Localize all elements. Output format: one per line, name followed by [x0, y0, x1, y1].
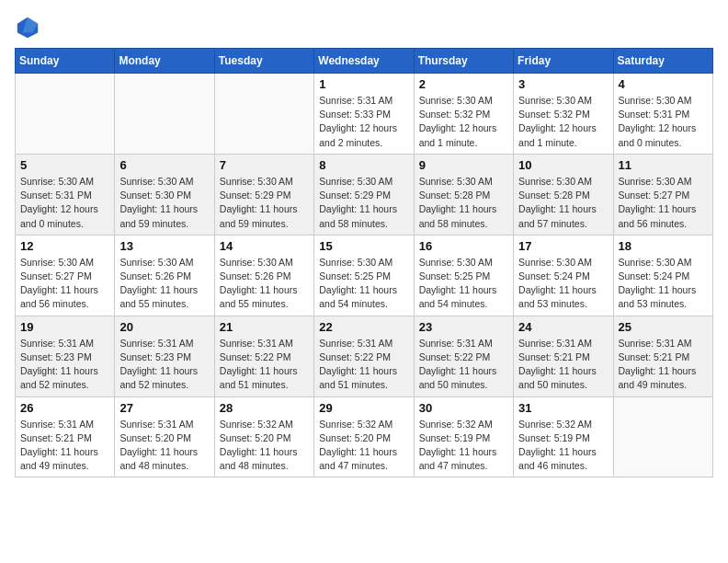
day-info: Sunrise: 5:32 AMSunset: 5:19 PMDaylight:…: [419, 418, 508, 474]
calendar-cell: 19Sunrise: 5:31 AMSunset: 5:23 PMDayligh…: [16, 316, 115, 396]
day-info: Sunrise: 5:30 AMSunset: 5:30 PMDaylight:…: [119, 175, 209, 231]
day-info: Sunrise: 5:30 AMSunset: 5:27 PMDaylight:…: [619, 175, 708, 231]
calendar-cell: 15Sunrise: 5:30 AMSunset: 5:25 PMDayligh…: [314, 235, 414, 316]
day-number: 3: [518, 77, 608, 91]
day-info: Sunrise: 5:32 AMSunset: 5:19 PMDaylight:…: [518, 418, 608, 474]
day-number: 29: [319, 401, 408, 415]
day-number: 2: [419, 77, 508, 91]
calendar-cell: 6Sunrise: 5:30 AMSunset: 5:30 PMDaylight…: [115, 154, 214, 235]
day-info: Sunrise: 5:30 AMSunset: 5:28 PMDaylight:…: [419, 175, 508, 231]
day-number: 17: [518, 239, 608, 253]
day-number: 26: [20, 401, 109, 415]
calendar-cell: 23Sunrise: 5:31 AMSunset: 5:22 PMDayligh…: [414, 316, 513, 396]
day-info: Sunrise: 5:30 AMSunset: 5:24 PMDaylight:…: [518, 256, 608, 312]
calendar-cell: 24Sunrise: 5:31 AMSunset: 5:21 PMDayligh…: [514, 316, 613, 396]
day-info: Sunrise: 5:31 AMSunset: 5:22 PMDaylight:…: [319, 337, 408, 393]
day-number: 9: [419, 158, 508, 172]
calendar-cell: 10Sunrise: 5:30 AMSunset: 5:28 PMDayligh…: [514, 154, 613, 235]
logo-icon: [15, 15, 40, 40]
calendar-cell: [16, 74, 115, 155]
calendar-cell: 11Sunrise: 5:30 AMSunset: 5:27 PMDayligh…: [613, 154, 712, 235]
calendar-cell: 17Sunrise: 5:30 AMSunset: 5:24 PMDayligh…: [514, 235, 613, 316]
day-number: 21: [220, 320, 309, 334]
day-info: Sunrise: 5:30 AMSunset: 5:32 PMDaylight:…: [518, 94, 608, 150]
day-info: Sunrise: 5:30 AMSunset: 5:26 PMDaylight:…: [220, 256, 309, 312]
day-info: Sunrise: 5:31 AMSunset: 5:21 PMDaylight:…: [518, 337, 608, 393]
day-number: 6: [119, 158, 209, 172]
weekday-header-sunday: Sunday: [16, 49, 115, 74]
day-info: Sunrise: 5:31 AMSunset: 5:20 PMDaylight:…: [119, 418, 209, 474]
calendar-cell: [115, 74, 214, 155]
calendar-cell: 21Sunrise: 5:31 AMSunset: 5:22 PMDayligh…: [214, 316, 313, 396]
day-number: 22: [319, 320, 408, 334]
weekday-header-wednesday: Wednesday: [314, 49, 414, 74]
day-number: 10: [518, 158, 608, 172]
day-number: 24: [518, 320, 608, 334]
calendar-cell: 1Sunrise: 5:31 AMSunset: 5:33 PMDaylight…: [314, 74, 414, 155]
day-info: Sunrise: 5:30 AMSunset: 5:26 PMDaylight:…: [119, 256, 209, 312]
day-info: Sunrise: 5:30 AMSunset: 5:31 PMDaylight:…: [619, 94, 708, 150]
calendar-table: SundayMondayTuesdayWednesdayThursdayFrid…: [15, 48, 713, 477]
calendar-week-row: 12Sunrise: 5:30 AMSunset: 5:27 PMDayligh…: [16, 235, 713, 316]
day-number: 13: [119, 239, 209, 253]
day-number: 18: [619, 239, 708, 253]
day-info: Sunrise: 5:31 AMSunset: 5:21 PMDaylight:…: [20, 418, 109, 474]
day-info: Sunrise: 5:32 AMSunset: 5:20 PMDaylight:…: [319, 418, 408, 474]
calendar-cell: 5Sunrise: 5:30 AMSunset: 5:31 PMDaylight…: [16, 154, 115, 235]
day-info: Sunrise: 5:30 AMSunset: 5:27 PMDaylight:…: [20, 256, 109, 312]
day-number: 30: [419, 401, 508, 415]
weekday-header-monday: Monday: [115, 49, 214, 74]
calendar-cell: 8Sunrise: 5:30 AMSunset: 5:29 PMDaylight…: [314, 154, 414, 235]
calendar-header-row: SundayMondayTuesdayWednesdayThursdayFrid…: [16, 49, 713, 74]
day-number: 19: [20, 320, 109, 334]
day-number: 7: [220, 158, 309, 172]
day-number: 11: [619, 158, 708, 172]
day-number: 23: [419, 320, 508, 334]
day-info: Sunrise: 5:30 AMSunset: 5:31 PMDaylight:…: [20, 175, 109, 231]
calendar-cell: 12Sunrise: 5:30 AMSunset: 5:27 PMDayligh…: [16, 235, 115, 316]
calendar-cell: 20Sunrise: 5:31 AMSunset: 5:23 PMDayligh…: [115, 316, 214, 396]
day-info: Sunrise: 5:31 AMSunset: 5:33 PMDaylight:…: [319, 94, 408, 150]
day-info: Sunrise: 5:30 AMSunset: 5:32 PMDaylight:…: [419, 94, 508, 150]
calendar-cell: 13Sunrise: 5:30 AMSunset: 5:26 PMDayligh…: [115, 235, 214, 316]
day-info: Sunrise: 5:30 AMSunset: 5:29 PMDaylight:…: [220, 175, 309, 231]
day-info: Sunrise: 5:31 AMSunset: 5:23 PMDaylight:…: [20, 337, 109, 393]
weekday-header-tuesday: Tuesday: [214, 49, 313, 74]
day-number: 16: [419, 239, 508, 253]
day-number: 5: [20, 158, 109, 172]
weekday-header-friday: Friday: [514, 49, 613, 74]
day-number: 27: [119, 401, 209, 415]
calendar-cell: 14Sunrise: 5:30 AMSunset: 5:26 PMDayligh…: [214, 235, 313, 316]
calendar-cell: 29Sunrise: 5:32 AMSunset: 5:20 PMDayligh…: [314, 396, 414, 477]
day-info: Sunrise: 5:30 AMSunset: 5:28 PMDaylight:…: [518, 175, 608, 231]
day-number: 14: [220, 239, 309, 253]
calendar-cell: 31Sunrise: 5:32 AMSunset: 5:19 PMDayligh…: [514, 396, 613, 477]
calendar-cell: 28Sunrise: 5:32 AMSunset: 5:20 PMDayligh…: [214, 396, 313, 477]
day-info: Sunrise: 5:32 AMSunset: 5:20 PMDaylight:…: [220, 418, 309, 474]
weekday-header-thursday: Thursday: [414, 49, 513, 74]
calendar-cell: 7Sunrise: 5:30 AMSunset: 5:29 PMDaylight…: [214, 154, 313, 235]
day-number: 8: [319, 158, 408, 172]
weekday-header-saturday: Saturday: [613, 49, 712, 74]
calendar-week-row: 19Sunrise: 5:31 AMSunset: 5:23 PMDayligh…: [16, 316, 713, 396]
day-info: Sunrise: 5:31 AMSunset: 5:21 PMDaylight:…: [619, 337, 708, 393]
day-number: 25: [619, 320, 708, 334]
page-header: [15, 15, 713, 40]
calendar-week-row: 26Sunrise: 5:31 AMSunset: 5:21 PMDayligh…: [16, 396, 713, 477]
calendar-cell: 16Sunrise: 5:30 AMSunset: 5:25 PMDayligh…: [414, 235, 513, 316]
calendar-cell: 30Sunrise: 5:32 AMSunset: 5:19 PMDayligh…: [414, 396, 513, 477]
day-info: Sunrise: 5:30 AMSunset: 5:24 PMDaylight:…: [619, 256, 708, 312]
calendar-cell: 4Sunrise: 5:30 AMSunset: 5:31 PMDaylight…: [613, 74, 712, 155]
logo: [15, 15, 44, 40]
calendar-week-row: 5Sunrise: 5:30 AMSunset: 5:31 PMDaylight…: [16, 154, 713, 235]
day-info: Sunrise: 5:31 AMSunset: 5:22 PMDaylight:…: [419, 337, 508, 393]
calendar-week-row: 1Sunrise: 5:31 AMSunset: 5:33 PMDaylight…: [16, 74, 713, 155]
day-number: 12: [20, 239, 109, 253]
calendar-cell: 27Sunrise: 5:31 AMSunset: 5:20 PMDayligh…: [115, 396, 214, 477]
calendar-cell: 18Sunrise: 5:30 AMSunset: 5:24 PMDayligh…: [613, 235, 712, 316]
day-number: 4: [619, 77, 708, 91]
day-number: 1: [319, 77, 408, 91]
day-number: 28: [220, 401, 309, 415]
calendar-cell: 22Sunrise: 5:31 AMSunset: 5:22 PMDayligh…: [314, 316, 414, 396]
day-number: 20: [119, 320, 209, 334]
